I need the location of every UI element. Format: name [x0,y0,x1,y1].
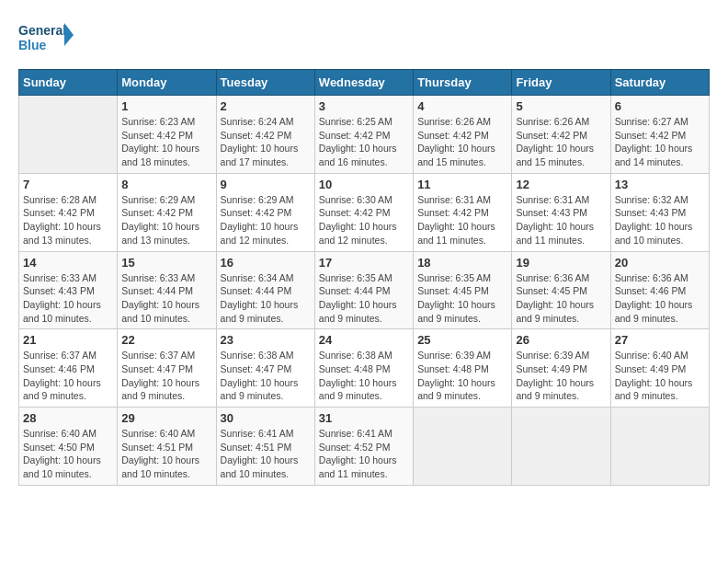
calendar-week-row: 7Sunrise: 6:28 AM Sunset: 4:42 PM Daylig… [19,173,710,251]
day-info: Sunrise: 6:26 AM Sunset: 4:42 PM Dayligh… [516,115,606,169]
day-info: Sunrise: 6:38 AM Sunset: 4:48 PM Dayligh… [319,349,409,403]
calendar-table: SundayMondayTuesdayWednesdayThursdayFrid… [18,69,710,486]
day-info: Sunrise: 6:36 AM Sunset: 4:46 PM Dayligh… [615,271,705,326]
day-of-week-header: Thursday [414,70,512,96]
calendar-cell: 6Sunrise: 6:27 AM Sunset: 4:42 PM Daylig… [610,96,709,174]
day-info: Sunrise: 6:39 AM Sunset: 4:48 PM Dayligh… [417,349,507,403]
day-of-week-header: Sunday [19,70,118,96]
calendar-cell [414,408,512,486]
day-info: Sunrise: 6:25 AM Sunset: 4:42 PM Dayligh… [319,115,409,169]
calendar-cell: 16Sunrise: 6:34 AM Sunset: 4:44 PM Dayli… [216,251,314,329]
day-info: Sunrise: 6:41 AM Sunset: 4:51 PM Dayligh… [221,427,311,481]
day-number: 15 [121,256,211,270]
day-of-week-header: Friday [512,70,610,96]
calendar-cell: 19Sunrise: 6:36 AM Sunset: 4:45 PM Dayli… [512,251,610,329]
calendar-cell: 11Sunrise: 6:31 AM Sunset: 4:42 PM Dayli… [414,173,512,251]
day-info: Sunrise: 6:34 AM Sunset: 4:44 PM Dayligh… [221,271,311,326]
day-number: 19 [516,256,606,270]
day-number: 25 [417,333,507,347]
day-number: 31 [319,411,409,425]
day-info: Sunrise: 6:26 AM Sunset: 4:42 PM Dayligh… [417,115,507,169]
calendar-cell: 15Sunrise: 6:33 AM Sunset: 4:44 PM Dayli… [118,251,216,329]
day-info: Sunrise: 6:41 AM Sunset: 4:52 PM Dayligh… [319,427,409,481]
day-info: Sunrise: 6:33 AM Sunset: 4:43 PM Dayligh… [23,271,113,326]
day-of-week-header: Tuesday [216,70,314,96]
calendar-cell [512,408,610,486]
day-info: Sunrise: 6:40 AM Sunset: 4:50 PM Dayligh… [23,427,113,481]
day-number: 4 [417,99,507,113]
day-number: 14 [23,256,113,270]
day-number: 1 [121,99,211,113]
calendar-cell: 20Sunrise: 6:36 AM Sunset: 4:46 PM Dayli… [610,251,709,329]
svg-text:General: General [18,23,66,38]
day-number: 16 [221,256,311,270]
calendar-cell: 5Sunrise: 6:26 AM Sunset: 4:42 PM Daylig… [512,96,610,174]
calendar-week-row: 21Sunrise: 6:37 AM Sunset: 4:46 PM Dayli… [19,329,710,408]
day-number: 28 [23,411,113,425]
day-number: 20 [615,256,705,270]
day-number: 29 [121,411,211,425]
calendar-cell: 2Sunrise: 6:24 AM Sunset: 4:42 PM Daylig… [216,96,314,174]
day-number: 24 [319,333,409,347]
day-info: Sunrise: 6:24 AM Sunset: 4:42 PM Dayligh… [221,115,311,169]
day-info: Sunrise: 6:33 AM Sunset: 4:44 PM Dayligh… [121,271,211,326]
day-number: 23 [221,333,311,347]
day-number: 11 [417,178,507,191]
calendar-cell: 8Sunrise: 6:29 AM Sunset: 4:42 PM Daylig… [118,173,216,251]
day-info: Sunrise: 6:40 AM Sunset: 4:51 PM Dayligh… [121,427,211,481]
day-number: 22 [121,333,211,347]
calendar-cell: 10Sunrise: 6:30 AM Sunset: 4:42 PM Dayli… [314,173,413,251]
day-of-week-header: Monday [118,70,216,96]
day-info: Sunrise: 6:35 AM Sunset: 4:45 PM Dayligh… [417,271,507,326]
day-number: 5 [516,99,606,113]
day-info: Sunrise: 6:31 AM Sunset: 4:43 PM Dayligh… [516,193,606,247]
calendar-cell: 4Sunrise: 6:26 AM Sunset: 4:42 PM Daylig… [414,96,512,174]
day-info: Sunrise: 6:23 AM Sunset: 4:42 PM Dayligh… [121,115,211,169]
day-info: Sunrise: 6:39 AM Sunset: 4:49 PM Dayligh… [516,349,606,403]
day-number: 6 [615,99,705,113]
day-info: Sunrise: 6:29 AM Sunset: 4:42 PM Dayligh… [221,193,311,247]
day-number: 17 [319,256,409,270]
day-info: Sunrise: 6:28 AM Sunset: 4:42 PM Dayligh… [23,193,113,247]
day-number: 13 [615,178,705,191]
day-info: Sunrise: 6:38 AM Sunset: 4:47 PM Dayligh… [221,349,311,403]
day-info: Sunrise: 6:30 AM Sunset: 4:42 PM Dayligh… [319,193,409,247]
calendar-cell: 21Sunrise: 6:37 AM Sunset: 4:46 PM Dayli… [19,329,118,408]
calendar-cell: 18Sunrise: 6:35 AM Sunset: 4:45 PM Dayli… [414,251,512,329]
calendar-week-row: 14Sunrise: 6:33 AM Sunset: 4:43 PM Dayli… [19,251,710,329]
page-header: GeneralBlue [18,18,710,60]
calendar-cell: 3Sunrise: 6:25 AM Sunset: 4:42 PM Daylig… [314,96,413,174]
calendar-cell: 12Sunrise: 6:31 AM Sunset: 4:43 PM Dayli… [512,173,610,251]
svg-marker-2 [64,23,74,46]
day-number: 26 [516,333,606,347]
day-number: 12 [516,178,606,191]
day-number: 2 [221,99,311,113]
day-info: Sunrise: 6:27 AM Sunset: 4:42 PM Dayligh… [615,115,705,169]
logo-svg: GeneralBlue [18,18,74,60]
calendar-cell: 9Sunrise: 6:29 AM Sunset: 4:42 PM Daylig… [216,173,314,251]
calendar-cell: 1Sunrise: 6:23 AM Sunset: 4:42 PM Daylig… [118,96,216,174]
day-number: 8 [121,178,211,191]
calendar-week-row: 1Sunrise: 6:23 AM Sunset: 4:42 PM Daylig… [19,96,710,174]
day-info: Sunrise: 6:29 AM Sunset: 4:42 PM Dayligh… [121,193,211,247]
calendar-cell: 28Sunrise: 6:40 AM Sunset: 4:50 PM Dayli… [19,408,118,486]
day-info: Sunrise: 6:37 AM Sunset: 4:46 PM Dayligh… [23,349,113,403]
day-info: Sunrise: 6:36 AM Sunset: 4:45 PM Dayligh… [516,271,606,326]
calendar-cell: 17Sunrise: 6:35 AM Sunset: 4:44 PM Dayli… [314,251,413,329]
day-number: 18 [417,256,507,270]
calendar-cell: 22Sunrise: 6:37 AM Sunset: 4:47 PM Dayli… [118,329,216,408]
day-number: 3 [319,99,409,113]
calendar-cell: 25Sunrise: 6:39 AM Sunset: 4:48 PM Dayli… [414,329,512,408]
day-number: 10 [319,178,409,191]
calendar-cell: 27Sunrise: 6:40 AM Sunset: 4:49 PM Dayli… [610,329,709,408]
calendar-cell: 7Sunrise: 6:28 AM Sunset: 4:42 PM Daylig… [19,173,118,251]
calendar-cell [19,96,118,174]
day-number: 27 [615,333,705,347]
calendar-cell: 26Sunrise: 6:39 AM Sunset: 4:49 PM Dayli… [512,329,610,408]
day-number: 21 [23,333,113,347]
day-info: Sunrise: 6:35 AM Sunset: 4:44 PM Dayligh… [319,271,409,326]
calendar-header-row: SundayMondayTuesdayWednesdayThursdayFrid… [19,70,710,96]
calendar-cell [610,408,709,486]
calendar-cell: 30Sunrise: 6:41 AM Sunset: 4:51 PM Dayli… [216,408,314,486]
logo: GeneralBlue [18,18,74,60]
